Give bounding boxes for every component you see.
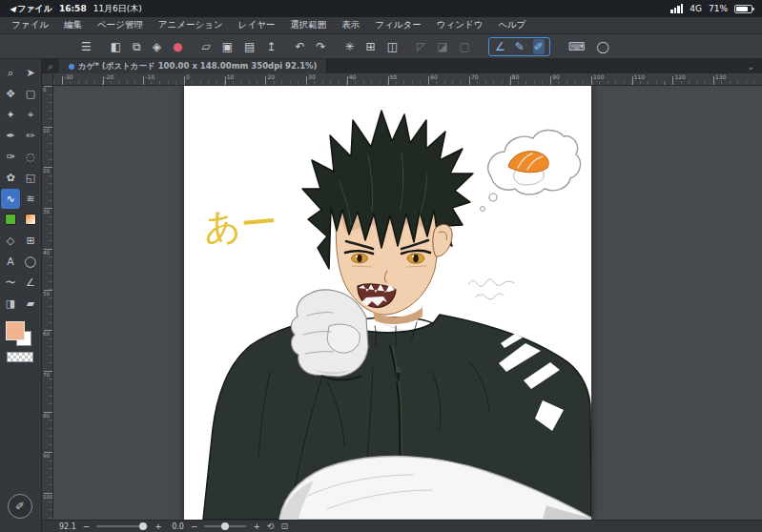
status-time: 16:58 — [59, 4, 87, 13]
grid-icon[interactable]: ⊞ — [365, 39, 377, 54]
keyboard-icon[interactable]: ⌨ — [567, 39, 586, 54]
history-group: ↶↷ — [294, 39, 326, 54]
menu-item-window[interactable]: ウィンドウ — [437, 19, 484, 31]
pen-tool[interactable]: ✒ — [1, 126, 20, 146]
panels-icon[interactable]: ◫ — [386, 39, 399, 54]
move-tool[interactable]: ✥ — [1, 84, 20, 104]
figure-tool[interactable]: ◇ — [1, 231, 20, 251]
file-group: ▱▣▤↥ — [200, 39, 277, 54]
toolbar: ☰◧⧉◈●▱▣▤↥↶↷✳⊞◫◸◪▢∠✎✐⌨◯ — [0, 34, 762, 59]
rotate-cw-button[interactable]: + — [253, 522, 260, 531]
tool-panel: ⌕➤✥▢✦⌖✒✏✑◌✿◱∿≋◇⊞A◯〜∠◨▰ ✐ — [0, 59, 42, 532]
pen-mode-group: ∠✎✐ — [488, 37, 550, 56]
back-to-app-link[interactable]: ファイル — [10, 3, 52, 15]
album-icon[interactable]: ▤ — [243, 39, 256, 54]
eyedropper-tool[interactable]: ⌖ — [21, 105, 40, 125]
operation-tool[interactable]: ➤ — [21, 63, 40, 83]
rotate-ccw-button[interactable]: − — [191, 522, 198, 531]
menu-item-page-management[interactable]: ページ管理 — [97, 19, 143, 31]
shape-icon[interactable]: ◈ — [152, 39, 162, 54]
main-color-swatch[interactable] — [6, 321, 25, 340]
material-tool[interactable]: ▰ — [21, 294, 40, 314]
menu-item-edit[interactable]: 編集 — [64, 19, 82, 31]
document-tab-label: カゲ* (ポストカード 100.00 x 148.00mm 350dpi 92.… — [78, 61, 317, 72]
menu-group: ☰ — [80, 39, 93, 54]
decoration-tool[interactable]: ✿ — [1, 168, 20, 188]
fill-tool[interactable] — [1, 210, 20, 230]
liquify-tool[interactable]: ≋ — [21, 189, 40, 209]
import-icon[interactable]: ▱ — [200, 39, 211, 54]
stabilize-pen-icon[interactable]: ✐ — [533, 39, 545, 54]
rotation-slider[interactable] — [204, 525, 246, 527]
canvas-control-bar: 92.1 − + 0.0 − + ⟲ ⊡ — [42, 520, 762, 532]
zoom-slider[interactable] — [96, 525, 148, 527]
reset-view-button[interactable]: ⟲ — [267, 522, 275, 531]
canvas-handwriting: あー — [202, 200, 278, 249]
quick-access-button[interactable]: ✐ — [8, 494, 32, 519]
menu-item-help[interactable]: ヘルプ — [498, 19, 525, 31]
canvas-viewport[interactable]: あー — [53, 86, 762, 520]
eraser-tool[interactable]: ◱ — [21, 168, 40, 188]
zoom-in-button[interactable]: + — [154, 522, 162, 531]
artwork-illustration: あー — [184, 86, 591, 520]
status-date: 11月6日(木) — [93, 3, 142, 15]
rotation-slider-thumb[interactable] — [221, 522, 229, 530]
deselect-icon[interactable]: ◸ — [416, 39, 426, 54]
document-tab[interactable]: カゲ* (ポストカード 100.00 x 148.00mm 350dpi 92.… — [59, 59, 327, 73]
menu-item-view[interactable]: 表示 — [341, 19, 360, 31]
invert-selection-icon[interactable]: ◪ — [436, 39, 448, 54]
menu-item-layer[interactable]: レイヤー — [238, 19, 276, 31]
light-table-tool[interactable]: ◨ — [1, 294, 20, 314]
gallery-icon[interactable]: ◧ — [110, 39, 122, 54]
selection-tool[interactable]: ▢ — [21, 84, 40, 104]
save-icon[interactable]: ▣ — [221, 39, 234, 54]
chevron-down-icon[interactable]: ⌄ — [747, 62, 762, 72]
menu-bar: ファイル編集ページ管理アニメーションレイヤー選択範囲表示フィルターウィンドウヘル… — [0, 17, 762, 34]
hamburger-menu-icon[interactable]: ☰ — [80, 39, 93, 54]
document-canvas[interactable]: あー — [184, 86, 591, 520]
ruler-pen-icon[interactable]: ∠ — [494, 39, 506, 54]
tool-grid: ⌕➤✥▢✦⌖✒✏✑◌✿◱∿≋◇⊞A◯〜∠◨▰ — [0, 59, 41, 314]
ruler-corner — [42, 73, 53, 86]
transparent-color-swatch[interactable] — [7, 352, 33, 362]
menu-item-animation[interactable]: アニメーション — [158, 19, 223, 31]
cellular-signal-icon — [670, 4, 683, 13]
rotation-value: 0.0 — [169, 522, 184, 531]
zoom-tool[interactable]: ⌕ — [1, 63, 20, 83]
zoom-out-button[interactable]: − — [83, 522, 91, 531]
gradient-tool[interactable] — [21, 210, 40, 230]
blend-tool[interactable]: ∿ — [1, 189, 20, 209]
effects-icon[interactable]: ✳ — [344, 39, 356, 54]
frame-border-tool[interactable]: ⊞ — [21, 231, 40, 251]
horizontal-ruler: -30-20-100102030405060708090100110120130 — [53, 73, 762, 86]
text-tool[interactable]: A — [1, 252, 20, 272]
redo-icon[interactable]: ↷ — [315, 39, 326, 54]
search-icon[interactable]: ⌕ — [42, 61, 59, 72]
undo-icon[interactable]: ↶ — [294, 39, 305, 54]
unsaved-indicator-dot — [69, 64, 74, 70]
pencil-tool[interactable]: ✏ — [21, 126, 40, 146]
brush-tool[interactable]: ✑ — [1, 147, 20, 167]
zipper-pull — [396, 372, 401, 381]
fit-screen-button[interactable]: ⊡ — [281, 522, 289, 531]
color-swatch-area — [0, 319, 41, 367]
ruler-tool[interactable]: ∠ — [21, 273, 40, 293]
new-canvas-icon[interactable]: ⧉ — [132, 39, 142, 54]
selection-launcher-icon[interactable]: ▢ — [459, 39, 471, 54]
menu-item-selection-area[interactable]: 選択範囲 — [290, 19, 326, 31]
zoom-slider-thumb[interactable] — [139, 522, 147, 530]
vector-pen-icon[interactable]: ✎ — [514, 39, 525, 54]
line-correction-tool[interactable]: 〜 — [1, 273, 20, 293]
gesture-icon[interactable]: ◯ — [595, 39, 609, 54]
menu-item-filter[interactable]: フィルター — [375, 19, 421, 31]
menu-item-file[interactable]: ファイル — [11, 19, 49, 31]
export-icon[interactable]: ↥ — [265, 39, 277, 54]
fill-tool-chip — [5, 214, 16, 225]
airbrush-tool[interactable]: ◌ — [21, 147, 40, 167]
back-icon — [10, 4, 17, 13]
balloon-tool[interactable]: ◯ — [21, 252, 40, 272]
clip-studio-logo-icon[interactable]: ● — [172, 39, 183, 54]
auto-select-tool[interactable]: ✦ — [1, 105, 20, 125]
network-type-label: 4G — [690, 4, 702, 13]
tab-bar: ⌕ カゲ* (ポストカード 100.00 x 148.00mm 350dpi 9… — [42, 59, 762, 73]
